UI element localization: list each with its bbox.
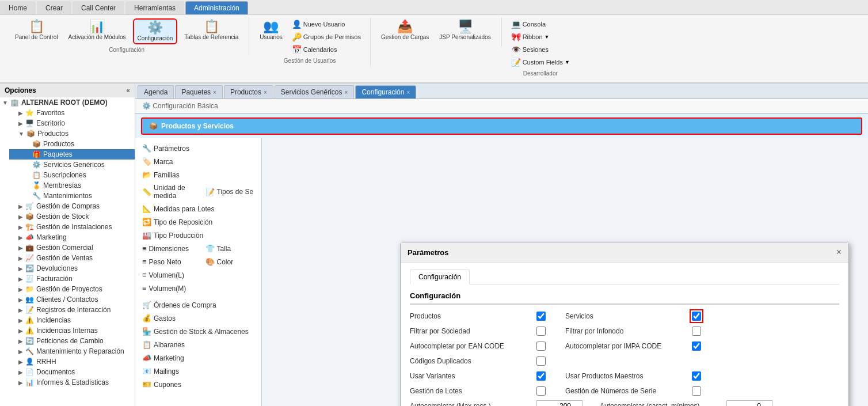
ribbon-btn-sesiones[interactable]: 👁️ Sesiones [509,44,572,55]
tree-item-incidencias-internas[interactable]: ▶ ⚠️ Incidencias Internas [5,325,135,336]
tree-item-productos-sub[interactable]: 📦 Productos [9,139,135,149]
tree-item-peticiones[interactable]: ▶ 🔄 Peticiones de Cambio [5,336,135,346]
tree-item-gestion-ventas[interactable]: ▶ 📈 Gestión de Ventas [5,253,135,263]
configuracion-tab-close[interactable]: × [406,89,410,96]
tree-item-gestion-comercial[interactable]: ▶ 💼 Gestión Comercial [5,242,135,253]
productos-tab-close[interactable]: × [264,89,267,96]
tree-item-documentos[interactable]: ▶ 📄 Documentos [5,367,135,377]
input-autocompletar-max[interactable] [536,400,583,406]
ribbon-btn-jsp[interactable]: 🖥️ JSP Personalizados [436,18,494,42]
content-tab-agenda[interactable]: Agenda [138,85,174,98]
tree-item-membresias[interactable]: 🏅 Membresías [9,180,135,191]
checkbox-filtrar-infonodo[interactable] [692,327,701,336]
tab-crear[interactable]: Crear [37,1,71,14]
left-panel-unidad-medida[interactable]: 📏 Unidad de medida [135,181,199,202]
left-panel-gastos[interactable]: 💰 Gastos [135,312,261,325]
checkbox-gestion-numeros-serie[interactable] [692,386,701,396]
ribbon-btn-activacion[interactable]: 📊 Activación de Módulos [65,18,130,42]
tab-herramientas[interactable]: Herramientas [125,1,184,14]
checkbox-codigos-duplicados[interactable] [536,356,546,366]
ribbon-btn-calendarios[interactable]: 📅 Calendarios [290,44,363,55]
left-panel-ordenes-compra[interactable]: 🛒 Órdenes de Compra [135,298,261,312]
tree-item-favoritos[interactable]: ▶ ⭐ Favoritos [5,108,135,118]
left-panel-parametros[interactable]: 🔧 Parámetros [135,142,261,155]
servicios-genericos-tab-close[interactable]: × [345,89,348,96]
ribbon-btn-gestion-cargas[interactable]: 📤 Gestion de Cargas [378,18,432,42]
ribbon-btn-panel-control[interactable]: 📋 Panel de Control [12,18,62,42]
tree-item-incidencias[interactable]: ▶ ⚠️ Incidencias [5,315,135,325]
left-panel-volumen-l[interactable]: ≡ Volumen(L) [135,268,261,282]
content-tab-paquetes[interactable]: Paquetes × [175,85,223,98]
checkbox-usar-variantes[interactable] [536,371,546,381]
tab-administracion[interactable]: Administración [185,1,248,14]
tree-item-rrhh[interactable]: ▶ 👤 RRHH [5,356,135,367]
checkbox-usar-productos-maestros[interactable] [692,371,701,381]
tree-item-devoluciones[interactable]: ▶ ↩️ Devoluciones [5,263,135,274]
tab-home[interactable]: Home [0,1,36,14]
tree-item-paquetes[interactable]: 🎁 Paquetes [9,149,135,160]
productos-expander[interactable]: ▼ [18,131,24,137]
left-panel-mailings[interactable]: 📧 Mailings [135,365,261,378]
left-panel-dimensiones[interactable]: ≡ Dimensiones [135,242,199,255]
tree-item-gestion-stock[interactable]: ▶ 📦 Gestión de Stock [5,211,135,222]
tree-item-servicios-genericos[interactable]: ⚙️ Servicios Genéricos [9,160,135,170]
sidebar-collapse-btn[interactable]: « [126,86,130,94]
tree-item-root[interactable]: ▼ 🏢 ALTERNAE ROOT (DEMO) [0,97,135,108]
content-tab-servicios-genericos[interactable]: Servicios Genéricos × [275,85,355,98]
tree-item-clientes[interactable]: ▶ 👥 Clientes / Contactos [5,294,135,305]
left-panel-marca[interactable]: 🏷️ Marca [135,155,261,168]
left-panel-albaranes[interactable]: 📋 Albaranes [135,338,261,351]
ribbon-btn-grupos-permisos[interactable]: 🔑 Grupos de Permisos [290,31,363,43]
checkbox-productos[interactable] [536,312,546,321]
label-gestion-numeros-serie: Gestión de Números de Serie [565,385,692,397]
content-tab-productos[interactable]: Productos × [224,85,273,98]
tree-item-mantenimiento-reparacion[interactable]: ▶ 🔨 Mantenimiento y Reparación [5,346,135,356]
left-panel-tipo-reposicion[interactable]: 🔁 Tipo de Reposición [135,215,261,229]
left-panel-color[interactable]: 🎨 Color [199,255,262,268]
favoritos-expander[interactable]: ▶ [18,110,23,116]
medidas-lotes-icon: 📐 [142,204,151,213]
ribbon-btn-nuevo-usuario[interactable]: 👤 Nuevo Usuario [290,18,363,30]
dialog-close-btn[interactable]: × [836,247,842,257]
checkbox-autocompletar-impa[interactable] [692,342,701,351]
paquetes-tab-close[interactable]: × [213,89,216,96]
left-panel-marketing-item[interactable]: 📣 Marketing [135,351,261,365]
tree-item-marketing[interactable]: ▶ 📣 Marketing [5,232,135,242]
ribbon-btn-custom-fields[interactable]: 📝 Custom Fields ▼ [509,56,572,68]
left-panel-gestion-stock-almacenes[interactable]: 🏪 Gestión de Stock & Almacenes [135,325,261,338]
left-panel-tipos-se[interactable]: 📝 Tipos de Se [199,181,262,202]
tree-item-gestion-compras[interactable]: ▶ 🛒 Gestión de Compras [5,201,135,211]
root-expander[interactable]: ▼ [2,100,8,106]
left-panel-cupones[interactable]: 🎫 Cupones [135,378,261,391]
tree-item-mantenimientos[interactable]: 🔧 Mantenimientos [9,191,135,201]
left-panel-talla[interactable]: 👕 Talla [199,242,262,255]
ribbon-btn-usuarios[interactable]: 👥 Usuarios [256,18,285,42]
tree-item-suscripciones[interactable]: 📋 Suscripciones [9,170,135,180]
left-panel-tipo-produccion[interactable]: 🏭 Tipo Producción [135,229,261,242]
tree-item-informes[interactable]: ▶ 📊 Informes & Estadísticas [5,377,135,388]
left-panel-volumen-m[interactable]: ≡ Volumen(M) [135,282,261,295]
tab-callcenter[interactable]: Call Center [73,1,124,14]
left-panel-familias[interactable]: 📂 Familias [135,168,261,181]
tree-item-registros[interactable]: ▶ 📝 Registros de Interacción [5,305,135,315]
left-panel-peso-neto[interactable]: ≡ Peso Neto [135,255,199,268]
label-usar-variantes: Usar Variantes [410,370,536,382]
tree-item-escritorio[interactable]: ▶ 🖥️ Escritorio [5,118,135,128]
tree-item-gestion-proyectos[interactable]: ▶ 📁 Gestión de Proyectos [5,284,135,294]
checkbox-autocompletar-ean[interactable] [536,342,546,351]
checkbox-gestion-lotes[interactable] [536,386,546,396]
ribbon-btn-consola[interactable]: 💻 Consola [509,18,572,30]
ribbon-btn-ribbon[interactable]: 🎀 Ribbon ▼ [509,31,572,43]
input-autocompletar-min[interactable] [726,400,772,406]
dialog-tab-configuracion[interactable]: Configuración [410,270,470,284]
left-panel-medidas-lotes[interactable]: 📐 Medidas para Lotes [135,202,261,215]
tree-item-gestion-instalaciones[interactable]: ▶ 🏗️ Gestión de Instalaciones [5,222,135,232]
ribbon-btn-configuracion[interactable]: ⚙️ Configuración [133,18,178,44]
checkbox-filtrar-sociedad[interactable] [536,327,546,336]
checkbox-servicios[interactable] [692,312,701,321]
escritorio-expander[interactable]: ▶ [18,120,23,127]
tree-item-productos-node[interactable]: ▼ 📦 Productos [5,128,135,139]
ribbon-btn-tablas[interactable]: 📋 Tablas de Referencia [181,18,242,42]
tree-item-facturacion[interactable]: ▶ 🧾 Facturación [5,274,135,284]
content-tab-configuracion[interactable]: Configuración × [355,85,416,98]
